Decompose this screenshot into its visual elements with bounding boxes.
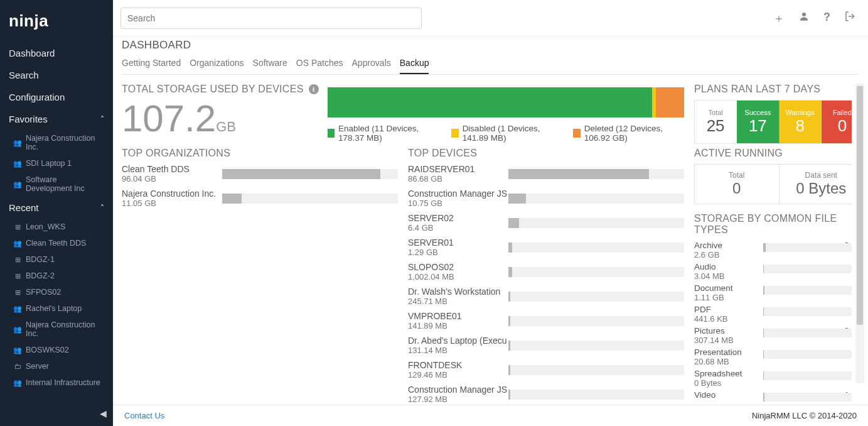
info-icon[interactable]: i	[309, 84, 319, 94]
list-item[interactable]: Dr. Abed's Laptop (Execu131.14 MB	[408, 336, 684, 355]
filetype-row[interactable]: Video1.2%	[694, 390, 852, 400]
tab-approvals[interactable]: Approvals	[352, 54, 391, 74]
nav-item-dashboard[interactable]: Dashboard	[0, 42, 113, 64]
list-item[interactable]: RAIDSERVER0186.68 GB	[408, 164, 684, 183]
bar-track	[508, 218, 684, 228]
list-item[interactable]: SLOPOS021,002.04 MB	[408, 262, 684, 281]
user-icon[interactable]	[798, 11, 810, 26]
list-item[interactable]: Construction Manager JS10.75 GB	[408, 188, 684, 208]
bar-track	[508, 390, 684, 400]
recent-item[interactable]: 👥Internal Infrastructure	[0, 374, 113, 391]
list-item[interactable]: Clean Teeth DDS96.04 GB	[122, 164, 398, 183]
bar-track	[508, 194, 684, 204]
recent-label: Server	[26, 362, 49, 371]
logout-icon[interactable]	[844, 11, 855, 26]
favorite-label: Najera Construction Inc.	[26, 134, 104, 151]
add-icon[interactable]: ＋	[773, 11, 785, 26]
bar-fill	[508, 169, 649, 179]
favorite-item[interactable]: 👥SDI Laptop 1	[0, 155, 113, 172]
storage-segment-orange	[656, 87, 684, 117]
topbar: ＋ ?	[113, 0, 868, 36]
recent-item[interactable]: ⊞SFPOS02	[0, 284, 113, 300]
group-icon: 👥	[14, 346, 21, 354]
active-sent-label: Data sent	[782, 171, 852, 180]
chevron-up-icon: ˄	[100, 115, 104, 124]
tab-getting-started[interactable]: Getting Started	[122, 54, 181, 74]
contact-link[interactable]: Contact Us	[124, 411, 164, 420]
filetype-row[interactable]: Audio0%3.04 MB	[694, 262, 852, 281]
storage-bar	[328, 87, 684, 117]
tab-software[interactable]: Software	[253, 54, 287, 74]
plan-cell-warnings[interactable]: Warnings8	[780, 101, 822, 143]
top-devices-heading: TOP DEVICES	[408, 148, 684, 159]
recent-item[interactable]: 👥Najera Construction Inc.	[0, 317, 113, 342]
tab-backup[interactable]: Backup	[400, 54, 429, 74]
recent-label: SFPOS02	[26, 288, 61, 297]
help-icon[interactable]: ?	[823, 11, 830, 26]
group-icon: 👥	[14, 180, 21, 188]
list-item[interactable]: SERVER026.4 GB	[408, 213, 684, 232]
filetype-row[interactable]: Archive2.4%2.6 GB	[694, 241, 852, 259]
nav-item-configuration[interactable]: Configuration	[0, 86, 113, 108]
filetype-row[interactable]: Presentation0%20.68 MB	[694, 347, 852, 366]
bar-track	[222, 169, 398, 179]
group-icon: 👥	[14, 379, 21, 386]
group-icon: 👥	[14, 305, 21, 312]
top-orgs-heading: TOP ORGANIZATIONS	[122, 148, 398, 159]
recent-item[interactable]: 👥BOSWKS02	[0, 342, 113, 358]
recent-item[interactable]: ⊞BDGZ-1	[0, 251, 113, 268]
search-input[interactable]	[121, 8, 422, 29]
recent-item[interactable]: ⊞Leon_WKS	[0, 219, 113, 235]
bar-fill	[508, 341, 510, 351]
favorite-item[interactable]: 👥Najera Construction Inc.	[0, 130, 113, 155]
plan-cell-total[interactable]: Total25	[695, 101, 737, 143]
filetype-row[interactable]: Spreadsheet0%0 Bytes	[694, 369, 852, 388]
recent-item[interactable]: 👥Rachel's Laptop	[0, 300, 113, 317]
win-icon: ⊞	[14, 256, 21, 263]
win-icon: ⊞	[14, 223, 21, 231]
list-item[interactable]: VMPROBE01141.89 MB	[408, 311, 684, 330]
filetype-row[interactable]: Document1%1.11 GB	[694, 283, 852, 302]
win-icon: ⊞	[14, 272, 21, 280]
filetype-row[interactable]: PDF0%441.6 KB	[694, 305, 852, 324]
bar-fill	[222, 169, 380, 179]
bar-fill	[508, 316, 510, 326]
nav-item-search[interactable]: Search	[0, 64, 113, 86]
sidebar-section-favorites[interactable]: Favorites ˄	[0, 108, 113, 130]
group-icon: 👥	[14, 325, 21, 333]
group-icon: 👥	[14, 139, 21, 146]
recent-item[interactable]: 🗀Server	[0, 358, 113, 374]
scrollbar[interactable]	[855, 84, 864, 383]
list-item[interactable]: Najera Construction Inc.11.05 GB	[122, 188, 398, 208]
legend-swatch-yellow	[451, 129, 458, 138]
plan-cell-failed[interactable]: Failed0	[822, 101, 852, 143]
tab-os-patches[interactable]: OS Patches	[296, 54, 343, 74]
list-item[interactable]: Dr. Walsh's Workstation245.71 MB	[408, 287, 684, 306]
storage-heading: TOTAL STORAGE USED BY DEVICES i	[122, 84, 319, 95]
sidebar-section-recent[interactable]: Recent ˄	[0, 197, 113, 219]
collapse-sidebar-icon[interactable]: ◀	[100, 408, 107, 418]
tab-organizations[interactable]: Organizations	[190, 54, 244, 74]
list-item[interactable]: FRONTDESK129.46 MB	[408, 360, 684, 380]
favorites-label: Favorites	[9, 114, 48, 124]
recent-item[interactable]: 👥Clean Teeth DDS	[0, 235, 113, 251]
filetype-row[interactable]: Pictures0.3%307.14 MB	[694, 326, 852, 345]
page-title: DASHBOARD	[122, 39, 859, 52]
bar-fill	[508, 292, 510, 302]
recent-label: Rachel's Laptop	[26, 304, 82, 313]
filetype-bar	[763, 286, 852, 295]
sidebar: ninja DashboardSearchConfiguration Favor…	[0, 0, 113, 426]
bar-fill	[508, 365, 510, 375]
list-item[interactable]: SERVER011.29 GB	[408, 238, 684, 257]
active-total-value: 0	[697, 180, 776, 197]
bar-fill	[508, 218, 519, 228]
plan-cell-success[interactable]: Success17	[737, 101, 779, 143]
recent-item[interactable]: ⊞BDGZ-2	[0, 268, 113, 284]
list-item[interactable]: Construction Manager JS127.92 MB	[408, 385, 684, 404]
plans-row: Total25Success17Warnings8Failed0	[694, 100, 852, 144]
legend-swatch-orange	[573, 129, 580, 138]
recent-label: BDGZ-1	[26, 255, 55, 264]
recent-label: BOSWKS02	[26, 346, 69, 354]
favorite-item[interactable]: 👥Software Development Inc	[0, 172, 113, 197]
filetype-bar	[763, 371, 852, 380]
